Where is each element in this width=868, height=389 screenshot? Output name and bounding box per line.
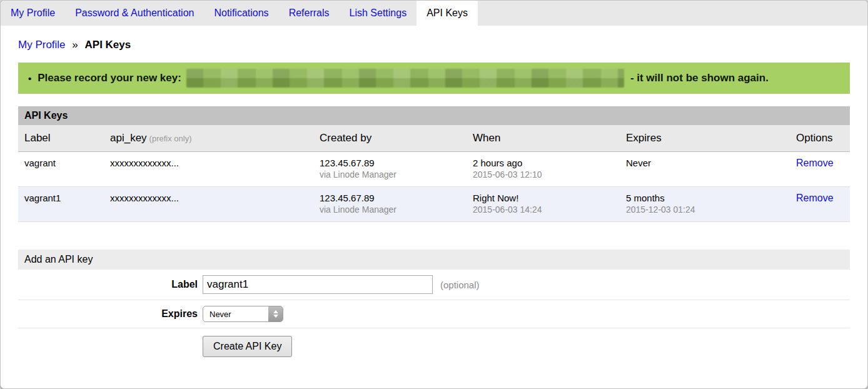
column-header-api-key-note: (prefix only) — [149, 134, 192, 143]
table-title-row: API Keys — [18, 106, 850, 125]
add-api-key-section: Add an API key Label (optional) Expires … — [18, 250, 850, 357]
cell-api-key: xxxxxxxxxxxxx... — [104, 152, 313, 187]
created-by-via: via Linode Manager — [320, 169, 460, 181]
created-by-ip: 123.45.67.89 — [320, 157, 460, 169]
cell-created-by: 123.45.67.89 via Linode Manager — [313, 187, 467, 222]
column-header-api-key: api_key(prefix only) — [104, 125, 313, 152]
tab-notifications[interactable]: Notifications — [204, 1, 278, 26]
when-date: 2015-06-03 12:10 — [473, 169, 613, 181]
add-api-key-title: Add an API key — [18, 250, 850, 270]
column-header-label: Label — [18, 125, 104, 152]
tab-lish-settings[interactable]: Lish Settings — [340, 1, 417, 26]
when-relative: Right Now! — [473, 192, 613, 204]
when-relative: 2 hours ago — [473, 157, 613, 169]
page-title: API Keys — [85, 39, 131, 51]
expires-field-row: Expires Never — [18, 300, 850, 328]
cell-when: 2 hours ago 2015-06-03 12:10 — [467, 152, 620, 187]
chevron-up-icon — [273, 310, 278, 313]
column-header-api-key-text: api_key — [110, 132, 147, 144]
column-header-created-by: Created by — [313, 125, 467, 152]
table-header-row: Label api_key(prefix only) Created by Wh… — [18, 125, 850, 152]
expires-field-label: Expires — [18, 308, 203, 320]
cell-created-by: 123.45.67.89 via Linode Manager — [313, 152, 467, 187]
redacted-api-key-value — [186, 69, 624, 88]
expires-select[interactable]: Never — [203, 306, 283, 322]
breadcrumb-separator: » — [72, 39, 78, 51]
table-row: vagrant1 xxxxxxxxxxxxx... 123.45.67.89 v… — [18, 187, 850, 222]
label-input[interactable] — [203, 275, 433, 294]
tab-api-keys[interactable]: API Keys — [416, 1, 478, 26]
page-content: My Profile » API Keys • Please record yo… — [1, 39, 867, 357]
created-by-ip: 123.45.67.89 — [320, 192, 460, 204]
expires-select-value: Never — [203, 306, 268, 321]
profile-tabbar: My Profile Password & Authentication Not… — [1, 1, 867, 26]
table-row: vagrant xxxxxxxxxxxxx... 123.45.67.89 vi… — [18, 152, 850, 187]
chevron-down-icon — [273, 315, 278, 318]
cell-options: Remove — [790, 187, 850, 222]
column-header-expires: Expires — [620, 125, 790, 152]
label-field-row: Label (optional) — [18, 270, 850, 300]
breadcrumb: My Profile » API Keys — [18, 39, 850, 51]
expires-relative: Never — [626, 157, 784, 169]
remove-key-link[interactable]: Remove — [796, 158, 834, 168]
cell-options: Remove — [790, 152, 850, 187]
column-header-when: When — [467, 125, 620, 152]
created-by-via: via Linode Manager — [320, 204, 460, 216]
cell-expires: 5 months 2015-12-03 01:24 — [620, 187, 790, 222]
submit-row: Create API Key — [18, 328, 850, 357]
tab-my-profile[interactable]: My Profile — [1, 1, 65, 26]
tab-referrals[interactable]: Referrals — [279, 1, 340, 26]
profile-window: My Profile Password & Authentication Not… — [0, 0, 868, 389]
tab-password-authentication[interactable]: Password & Authentication — [65, 1, 204, 26]
when-date: 2015-06-03 14:24 — [473, 204, 613, 216]
expires-relative: 5 months — [626, 192, 784, 204]
cell-api-key: xxxxxxxxxxxxx... — [104, 187, 313, 222]
cell-label: vagrant — [18, 152, 104, 187]
label-field-label: Label — [18, 279, 203, 290]
breadcrumb-my-profile-link[interactable]: My Profile — [18, 39, 66, 51]
banner-text-after: - it will not be shown again. — [630, 72, 769, 84]
select-stepper-icon — [268, 306, 283, 321]
expires-date: 2015-12-03 01:24 — [626, 204, 784, 216]
new-key-banner: • Please record your new key: - it will … — [18, 63, 850, 94]
cell-when: Right Now! 2015-06-03 14:24 — [467, 187, 620, 222]
banner-text-before: Please record your new key: — [38, 72, 181, 84]
column-header-options: Options — [790, 125, 850, 152]
remove-key-link[interactable]: Remove — [796, 193, 834, 203]
banner-bullet: • — [28, 73, 31, 84]
cell-expires: Never — [620, 152, 790, 187]
api-keys-table: API Keys Label api_key(prefix only) Crea… — [18, 106, 850, 222]
table-title: API Keys — [18, 106, 850, 125]
create-api-key-button[interactable]: Create API Key — [203, 336, 292, 357]
label-optional-hint: (optional) — [440, 280, 480, 290]
cell-label: vagrant1 — [18, 187, 104, 222]
